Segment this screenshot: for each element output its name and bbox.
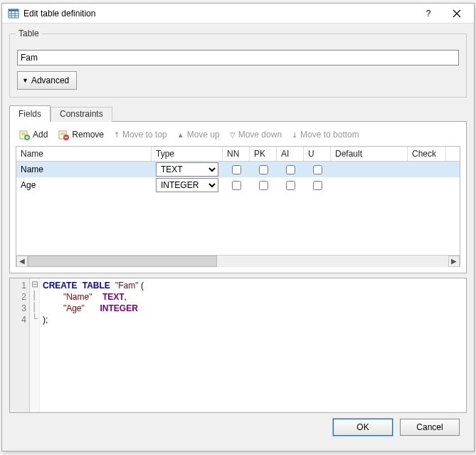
titlebar: Edit table definition ?	[2, 4, 474, 23]
move-top-button[interactable]: ⤒ Move to top	[114, 130, 167, 140]
grid-body[interactable]: NameTEXTINTEGERREALBLOBNUMERICAgeTEXTINT…	[16, 162, 460, 255]
close-button[interactable]	[443, 4, 471, 23]
field-u-checkbox[interactable]	[313, 181, 322, 190]
edit-table-dialog: Edit table definition ? Table ▼ Advanced…	[1, 3, 475, 451]
field-pk-checkbox[interactable]	[259, 165, 268, 174]
add-icon	[18, 129, 30, 140]
scroll-track[interactable]	[28, 256, 448, 267]
dialog-footer: OK Cancel	[9, 413, 467, 441]
col-nn[interactable]: NN	[223, 147, 250, 161]
field-ai-checkbox[interactable]	[286, 181, 295, 190]
field-type-select[interactable]: TEXTINTEGERREALBLOBNUMERIC	[156, 162, 218, 177]
field-check-cell[interactable]	[408, 177, 446, 193]
move-up-button[interactable]: ▲ Move up	[177, 130, 220, 140]
fold-toggle[interactable]: ⊟	[30, 278, 39, 290]
fields-grid: Name Type NN PK AI U Default Check NameT…	[16, 146, 460, 267]
field-name-cell[interactable]: Age	[16, 177, 152, 193]
fold-column: ⊟ ││└	[30, 278, 40, 412]
group-label: Table	[16, 28, 42, 38]
cancel-button[interactable]: Cancel	[400, 419, 460, 436]
move-top-icon: ⤒	[114, 131, 120, 139]
sql-preview: 1234 ⊟ ││└ CREATE TABLE "Fam" ( "Name" T…	[9, 278, 467, 413]
table-name-input[interactable]	[17, 50, 459, 66]
col-u[interactable]: U	[304, 147, 331, 161]
table-group: Table ▼ Advanced	[9, 33, 467, 98]
field-pk-checkbox[interactable]	[259, 181, 268, 190]
fields-panel: Add Remove ⤒ Move to top ▲ Move up	[9, 121, 467, 273]
table-icon	[8, 8, 19, 19]
ok-button[interactable]: OK	[333, 419, 393, 436]
field-default-cell[interactable]	[331, 162, 408, 177]
tabs: Fields Constraints Add Remove ⤒ Move to	[9, 105, 467, 273]
field-default-cell[interactable]	[331, 177, 408, 193]
tab-fields[interactable]: Fields	[9, 105, 51, 122]
table-row[interactable]: AgeTEXTINTEGERREALBLOBNUMERIC	[16, 177, 460, 193]
help-button[interactable]: ?	[414, 4, 443, 23]
move-down-icon: ▽	[230, 131, 236, 139]
field-ai-checkbox[interactable]	[286, 165, 295, 174]
svg-rect-1	[9, 9, 18, 11]
scroll-left-button[interactable]: ◀	[16, 256, 28, 267]
scroll-right-button[interactable]: ▶	[448, 256, 460, 267]
field-nn-checkbox[interactable]	[232, 165, 241, 174]
field-nn-checkbox[interactable]	[232, 181, 241, 190]
advanced-label: Advanced	[31, 75, 69, 85]
tab-constraints[interactable]: Constraints	[51, 107, 112, 122]
table-row[interactable]: NameTEXTINTEGERREALBLOBNUMERIC	[16, 162, 460, 177]
col-type[interactable]: Type	[152, 147, 223, 161]
chevron-down-icon: ▼	[22, 77, 28, 84]
move-down-button[interactable]: ▽ Move down	[230, 130, 282, 140]
move-up-icon: ▲	[177, 131, 184, 139]
scroll-thumb[interactable]	[28, 256, 217, 267]
field-u-checkbox[interactable]	[313, 165, 322, 174]
field-type-select[interactable]: TEXTINTEGERREALBLOBNUMERIC	[156, 178, 218, 192]
fields-toolbar: Add Remove ⤒ Move to top ▲ Move up	[16, 127, 460, 146]
grid-header: Name Type NN PK AI U Default Check	[16, 147, 460, 162]
remove-field-button[interactable]: Remove	[58, 129, 104, 140]
line-gutter: 1234	[10, 278, 30, 412]
field-check-cell[interactable]	[408, 162, 446, 177]
horizontal-scrollbar[interactable]: ◀ ▶	[16, 255, 460, 266]
move-bottom-icon: ⤓	[292, 131, 297, 139]
col-name[interactable]: Name	[16, 147, 152, 161]
col-pk[interactable]: PK	[250, 147, 277, 161]
col-default[interactable]: Default	[331, 147, 408, 161]
col-ai[interactable]: AI	[277, 147, 304, 161]
move-bottom-button[interactable]: ⤓ Move to bottom	[292, 130, 359, 140]
add-field-button[interactable]: Add	[18, 129, 48, 140]
col-check[interactable]: Check	[408, 147, 446, 161]
sql-code[interactable]: CREATE TABLE "Fam" ( "Name" TEXT, "Age" …	[40, 278, 466, 412]
window-title: Edit table definition	[23, 9, 414, 19]
field-name-cell[interactable]: Name	[16, 162, 152, 177]
remove-icon	[58, 129, 69, 140]
advanced-button[interactable]: ▼ Advanced	[17, 71, 77, 90]
